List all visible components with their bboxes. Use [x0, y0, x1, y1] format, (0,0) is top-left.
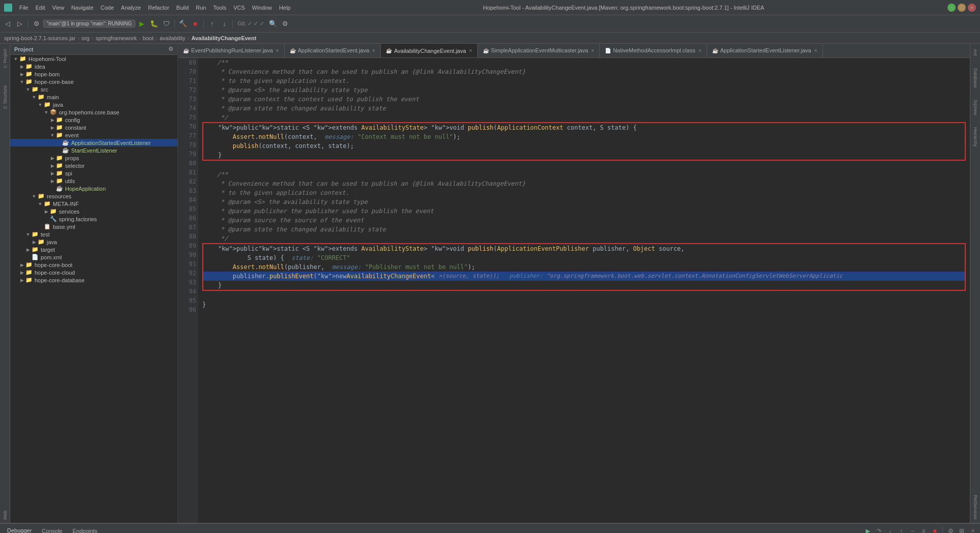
run-configuration-selector[interactable]: "main"@1 in group "main": RUNNING	[43, 20, 135, 27]
editor-tab-NativeMethodAccessorImpl-class[interactable]: 📄NativeMethodAccessorImpl.class×	[600, 44, 707, 57]
debug-step-over[interactable]: ↷	[874, 526, 884, 534]
search-everywhere[interactable]: 🔍	[267, 18, 279, 29]
menu-file[interactable]: File	[16, 4, 32, 12]
breadcrumb-boot[interactable]: boot	[143, 35, 154, 41]
menu-run[interactable]: Run	[193, 4, 209, 12]
tree-item[interactable]: ▼ 📁 event	[10, 131, 177, 139]
project-config-button[interactable]: ⚙	[168, 46, 173, 52]
tree-item[interactable]: ☕ StartEventListener	[10, 146, 177, 154]
vcs-button[interactable]: ↑	[206, 18, 218, 29]
window-controls[interactable]: − □ ×	[947, 4, 976, 12]
structure-icon[interactable]: 2: Structure	[2, 82, 9, 112]
debug-run-to-cursor[interactable]: →	[907, 526, 917, 534]
debug-resume-btn[interactable]: ▶	[863, 526, 873, 534]
menu-window[interactable]: Window	[249, 4, 275, 12]
menu-refactor[interactable]: Refactor	[145, 4, 172, 12]
tree-item[interactable]: ▶ 📁 services	[10, 208, 177, 215]
tree-item[interactable]: ▶ 📁 constant	[10, 124, 177, 131]
debug-step-into[interactable]: ↓	[885, 526, 895, 534]
run-button[interactable]: ▶	[136, 18, 147, 29]
tab-console[interactable]: Console	[37, 526, 67, 534]
code-content[interactable]: /** * Convenience method that can be use…	[198, 58, 970, 523]
debug-evaluate[interactable]: ≡	[918, 526, 929, 534]
editor-tab-ApplicationStartedEventListener-java[interactable]: ☕ApplicationStartedEventListener.java×	[707, 44, 823, 57]
forward-button[interactable]: ▷	[14, 18, 25, 29]
tree-item[interactable]: ▼ 📁 hope-core-base	[10, 78, 177, 85]
menu-help[interactable]: Help	[276, 4, 294, 12]
tree-item[interactable]: ▼ 📁 resources	[10, 192, 177, 200]
tab-endpoints[interactable]: Endpoints	[68, 526, 103, 534]
close-debug-btn[interactable]: ×	[968, 526, 978, 534]
tree-item[interactable]: ▶ 📁 hope-core-database	[10, 276, 177, 284]
editor-tabs: ☕EventPublishingRunListener.java×☕Applic…	[178, 44, 970, 58]
editor-tab-EventPublishingRunListener-java[interactable]: ☕EventPublishingRunListener.java×	[178, 44, 285, 57]
tree-item[interactable]: ▶ 📁 hope-bom	[10, 70, 177, 78]
tree-item[interactable]: ▶ 📁 config	[10, 116, 177, 124]
editor-tab-ApplicationStartedEvent-java[interactable]: ☕ApplicationStartedEvent.java×	[285, 44, 381, 57]
debug-stop-btn[interactable]: ■	[930, 526, 940, 534]
menu-build[interactable]: Build	[173, 4, 192, 12]
run-config-settings[interactable]: ⚙	[31, 18, 42, 29]
tree-item[interactable]: ▶ 📁 target	[10, 246, 177, 253]
tree-item[interactable]: ▶ 📁 spi	[10, 169, 177, 177]
menu-bar[interactable]: FileEditViewNavigateCodeAnalyzeRefactorB…	[16, 4, 294, 12]
database-icon[interactable]: Database	[972, 65, 979, 91]
stop-button[interactable]: ■	[190, 18, 201, 29]
tab-debugger[interactable]: Debugger	[2, 525, 37, 534]
debug-button[interactable]: 🐛	[148, 18, 160, 29]
menu-navigate[interactable]: Navigate	[68, 4, 96, 12]
editor-tab-AvailabilityChangeEvent-java[interactable]: ☕AvailabilityChangeEvent.java×	[381, 44, 478, 57]
tree-item[interactable]: ☕ ApplicationStartedEventListener	[10, 139, 177, 146]
breadcrumb-availability[interactable]: availability	[160, 35, 186, 41]
tree-item[interactable]: ▶ 📁 hope-core-cloud	[10, 269, 177, 276]
tree-item[interactable]: ▼ 📦 org.hopehomi.core.base	[10, 108, 177, 116]
menu-code[interactable]: Code	[98, 4, 117, 12]
tree-item[interactable]: ▼ 📁 java	[10, 101, 177, 108]
settings-button[interactable]: ⚙	[280, 18, 291, 29]
ant-icon[interactable]: Ant	[972, 46, 979, 59]
breadcrumb: spring-boot-2.7.1-sources.jar › org › sp…	[0, 33, 980, 44]
tree-item[interactable]: 📋 base.yml	[10, 223, 177, 230]
code-line-94	[202, 291, 966, 300]
tree-item[interactable]: ▶ 📁 props	[10, 154, 177, 162]
tree-item[interactable]: ▼ 📁 META-INF	[10, 200, 177, 208]
hierarchy-icon[interactable]: Hierarchy	[972, 124, 979, 150]
back-button[interactable]: ◁	[2, 18, 13, 29]
tree-item[interactable]: ▼ 📁 test	[10, 230, 177, 238]
breadcrumb-org[interactable]: org	[81, 35, 89, 41]
breadcrumb-jar[interactable]: spring-boot-2.7.1-sources.jar	[4, 35, 76, 41]
update-button[interactable]: ↓	[219, 18, 230, 29]
tree-item[interactable]: 🔧 spring.factories	[10, 215, 177, 223]
tree-item[interactable]: 📄 pom.xml	[10, 253, 177, 261]
build-button[interactable]: 🔨	[177, 18, 189, 29]
tree-item[interactable]: ▶ 📁 hope-core-boot	[10, 261, 177, 269]
menu-view[interactable]: View	[49, 4, 68, 12]
coverage-button[interactable]: 🛡	[161, 18, 172, 29]
editor-tab-SimpleApplicationEventMulticaster-java[interactable]: ☕SimpleApplicationEventMulticaster.java×	[478, 44, 600, 57]
tree-item[interactable]: ▶ 📁 idea	[10, 63, 177, 70]
tree-item[interactable]: ▼ 📁 main	[10, 93, 177, 101]
tree-item[interactable]: ▼ 📁 Hopehomi-Tool	[10, 55, 177, 63]
sqview-icon[interactable]: SqView	[972, 97, 979, 118]
retservices-icon[interactable]: RetServices	[972, 492, 979, 523]
minimize-button[interactable]: −	[947, 4, 956, 12]
tree-item[interactable]: ▶ 📁 selector	[10, 162, 177, 169]
project-icon[interactable]: 1: Project	[2, 46, 9, 71]
menu-tools[interactable]: Tools	[210, 4, 229, 12]
layout-btn[interactable]: ⊞	[957, 526, 967, 534]
maximize-button[interactable]: □	[958, 4, 966, 12]
menu-edit[interactable]: Edit	[33, 4, 48, 12]
tree-item[interactable]: ▼ 📁 src	[10, 85, 177, 93]
menu-analyze[interactable]: Analyze	[118, 4, 144, 12]
debug-step-out[interactable]: ↑	[896, 526, 906, 534]
menu-vcs[interactable]: VCS	[230, 4, 248, 12]
breadcrumb-springframework[interactable]: springframework	[96, 35, 137, 41]
web-icon[interactable]: Web	[2, 508, 9, 523]
close-button[interactable]: ×	[968, 4, 976, 12]
main-toolbar: ◁ ▷ ⚙ "main"@1 in group "main": RUNNING …	[0, 15, 980, 33]
tree-item[interactable]: ☕ HopeApplication	[10, 185, 177, 192]
tree-item[interactable]: ▶ 📁 java	[10, 238, 177, 246]
settings-btn[interactable]: ⚙	[945, 526, 956, 534]
breadcrumb-current[interactable]: AvailabilityChangeEvent	[191, 35, 256, 41]
tree-item[interactable]: ▶ 📁 utils	[10, 177, 177, 185]
